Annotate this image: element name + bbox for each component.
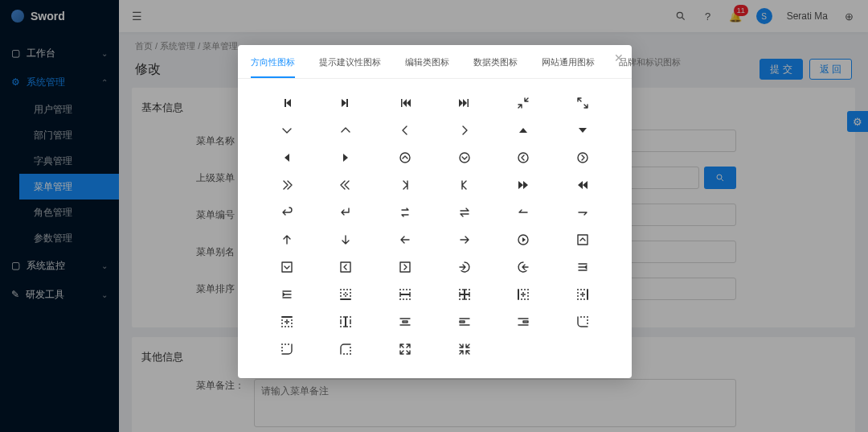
double-left-icon[interactable] bbox=[334, 177, 357, 193]
retweet-icon[interactable] bbox=[394, 204, 416, 220]
fullscreen-exit-icon[interactable] bbox=[453, 341, 476, 357]
svg-point-5 bbox=[460, 153, 469, 163]
border-verticle-icon[interactable] bbox=[334, 314, 357, 330]
caret-left-icon[interactable] bbox=[276, 150, 298, 166]
tab-data[interactable]: 数据类图标 bbox=[473, 51, 518, 78]
arrow-left-icon[interactable] bbox=[394, 232, 416, 248]
caret-down-icon[interactable] bbox=[571, 122, 594, 138]
left-icon[interactable] bbox=[394, 122, 416, 138]
left-circle-icon[interactable] bbox=[512, 150, 534, 166]
tab-web[interactable]: 网站通用图标 bbox=[542, 51, 595, 78]
forward-icon[interactable] bbox=[512, 177, 534, 193]
caret-right-icon[interactable] bbox=[334, 150, 357, 166]
empty-cell bbox=[512, 341, 534, 357]
swap-icon[interactable] bbox=[453, 204, 476, 220]
up-icon[interactable] bbox=[334, 122, 357, 138]
backward-icon[interactable] bbox=[571, 177, 594, 193]
arrow-down-icon[interactable] bbox=[334, 232, 357, 248]
svg-point-4 bbox=[400, 153, 410, 163]
svg-rect-10 bbox=[282, 262, 292, 272]
down-icon[interactable] bbox=[276, 122, 298, 138]
arrow-up-icon[interactable] bbox=[276, 232, 298, 248]
tab-brand[interactable]: 品牌和标识图标 bbox=[619, 51, 681, 78]
up-circle-icon[interactable] bbox=[394, 150, 416, 166]
svg-rect-9 bbox=[578, 235, 588, 245]
fullscreen-icon[interactable] bbox=[394, 341, 416, 357]
tab-suggestion[interactable]: 提示建议性图标 bbox=[319, 51, 381, 78]
radius-upleft-icon[interactable] bbox=[334, 341, 357, 357]
pic-left-icon[interactable] bbox=[453, 314, 476, 330]
svg-point-6 bbox=[518, 153, 528, 163]
close-icon[interactable]: ✕ bbox=[614, 51, 624, 64]
border-left-icon[interactable] bbox=[512, 286, 534, 302]
right-icon[interactable] bbox=[453, 122, 476, 138]
border-inner-icon[interactable] bbox=[453, 286, 476, 302]
svg-point-7 bbox=[578, 153, 588, 163]
arrow-right-icon[interactable] bbox=[453, 232, 476, 248]
logout-icon[interactable] bbox=[512, 259, 534, 275]
border-top-icon[interactable] bbox=[276, 314, 298, 330]
border-right-icon[interactable] bbox=[571, 286, 594, 302]
right-circle-icon[interactable] bbox=[571, 150, 594, 166]
down-square-icon[interactable] bbox=[276, 259, 298, 275]
border-horizontal-icon[interactable] bbox=[394, 286, 416, 302]
svg-rect-12 bbox=[400, 262, 410, 272]
svg-rect-11 bbox=[341, 262, 350, 272]
down-circle-icon[interactable] bbox=[453, 150, 476, 166]
vertical-left-icon[interactable] bbox=[394, 177, 416, 193]
icon-picker-modal: ✕ 方向性图标 提示建议性图标 编辑类图标 数据类图标 网站通用图标 品牌和标识… bbox=[238, 45, 632, 378]
menu-fold-icon[interactable] bbox=[571, 259, 594, 275]
double-right-icon[interactable] bbox=[276, 177, 298, 193]
arrows-alt-icon[interactable] bbox=[571, 95, 594, 111]
border-bottom-icon[interactable] bbox=[334, 286, 357, 302]
up-square-icon[interactable] bbox=[571, 232, 594, 248]
enter-icon[interactable] bbox=[334, 204, 357, 220]
fast-backward-icon[interactable] bbox=[394, 95, 416, 111]
pic-right-icon[interactable] bbox=[512, 314, 534, 330]
caret-up-icon[interactable] bbox=[512, 122, 534, 138]
play-circle-icon[interactable] bbox=[512, 232, 534, 248]
step-forward-icon[interactable] bbox=[334, 95, 357, 111]
tab-directional[interactable]: 方向性图标 bbox=[251, 51, 295, 78]
vertical-right-icon[interactable] bbox=[453, 177, 476, 193]
radius-bottomright-icon[interactable] bbox=[276, 341, 298, 357]
fast-forward-icon[interactable] bbox=[453, 95, 476, 111]
modal-tabs: 方向性图标 提示建议性图标 编辑类图标 数据类图标 网站通用图标 品牌和标识图标 bbox=[238, 45, 632, 79]
swap-right-icon[interactable] bbox=[571, 204, 594, 220]
right-square-icon[interactable] bbox=[394, 259, 416, 275]
radius-bottomleft-icon[interactable] bbox=[571, 314, 594, 330]
shrink-icon[interactable] bbox=[512, 95, 534, 111]
rollback-icon[interactable] bbox=[276, 204, 298, 220]
pic-center-icon[interactable] bbox=[394, 314, 416, 330]
icon-grid bbox=[238, 79, 632, 378]
empty-cell bbox=[571, 341, 594, 357]
swap-left-icon[interactable] bbox=[512, 204, 534, 220]
left-square-icon[interactable] bbox=[334, 259, 357, 275]
tab-edit[interactable]: 编辑类图标 bbox=[405, 51, 449, 78]
menu-unfold-icon[interactable] bbox=[276, 286, 298, 302]
step-backward-icon[interactable] bbox=[276, 95, 298, 111]
login-icon[interactable] bbox=[453, 259, 476, 275]
